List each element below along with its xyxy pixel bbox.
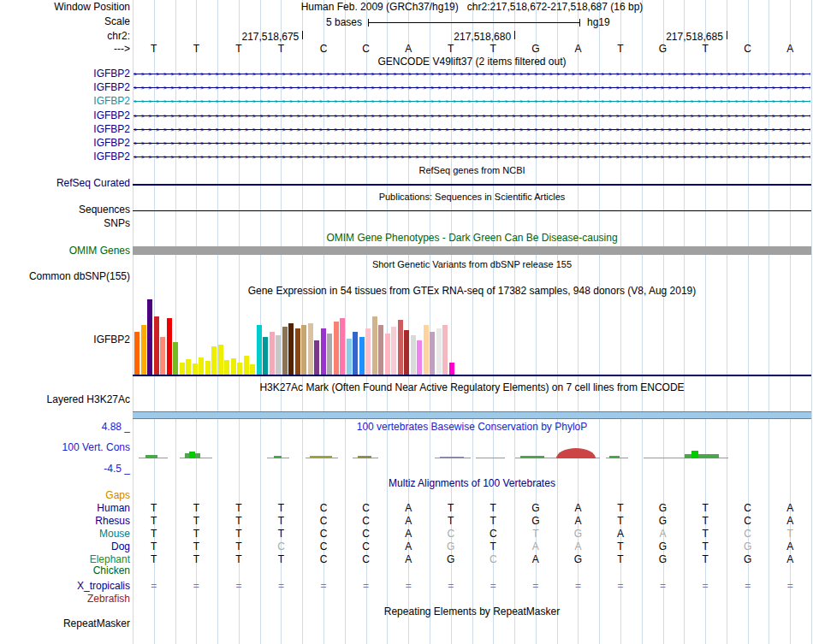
track-label-omim-genes[interactable]: OMIM Genes [0,245,130,257]
scale-bases-text: 5 bases [133,17,362,27]
track-label-common-dbsnp[interactable]: Common dbSNP(155) [0,271,130,282]
track-title-h3k27ac[interactable]: H3K27Ac Mark (Often Found Near Active Re… [133,382,811,393]
species-label-mouse[interactable]: Mouse [0,529,130,540]
gtex-tissue-bar[interactable] [154,316,159,375]
gtex-tissue-bar[interactable] [173,342,178,375]
gtex-tissue-bar[interactable] [295,328,300,375]
gtex-tissue-bar[interactable] [372,316,377,375]
gtex-tissue-bar[interactable] [167,318,172,375]
gtex-tissue-bar[interactable] [398,320,403,375]
gtex-tissue-bar[interactable] [218,345,223,375]
track-label-refseq-curated[interactable]: RefSeq Curated [0,178,130,189]
gene-transcript-line[interactable]: >>>>>>>>>>>>>>>>>>>>>>>>>>>>>>>>>>>>>>>>… [134,138,810,149]
gtex-tissue-bar[interactable] [353,332,358,375]
gtex-tissue-bar[interactable] [270,332,275,375]
gtex-tissue-bar[interactable] [276,335,281,375]
gtex-tissue-bar[interactable] [147,299,152,375]
track-title-dbsnp[interactable]: Short Genetic Variants from dbSNP releas… [133,259,811,270]
gtex-tissue-bar[interactable] [186,359,191,375]
track-title-refseq[interactable]: RefSeq genes from NCBI [133,165,811,176]
alignment-base: A [569,541,586,552]
species-label-x_tropicalis[interactable]: X_tropicalis [0,581,130,592]
gene-label-igfbp2[interactable]: IGFBP2 [0,82,130,93]
gtex-tissue-bar[interactable] [301,325,306,375]
track-title-conservation[interactable]: 100 vertebrates Basewise Conservation by… [133,422,811,433]
gtex-tissue-bar[interactable] [321,328,326,375]
gtex-tissue-bar[interactable] [141,325,146,375]
gtex-tissue-bar[interactable] [211,346,217,375]
gtex-tissue-bar[interactable] [365,328,371,375]
track-title-omim[interactable]: OMIM Gene Phenotypes - Dark Green Can Be… [133,233,811,244]
gtex-tissue-bar[interactable] [436,328,442,375]
omim-gene-bar[interactable] [133,246,811,255]
gtex-tissue-bar[interactable] [404,330,409,375]
alignment-gap-symbol: = [569,581,586,592]
track-label-gtex-gene[interactable]: IGFBP2 [0,334,130,346]
gtex-tissue-bar[interactable] [282,327,288,375]
track-label-gaps[interactable]: Gaps [0,490,130,501]
alignment-base: T [230,516,247,527]
gtex-tissue-bar[interactable] [160,337,165,375]
gtex-tissue-bar[interactable] [385,334,390,375]
track-label-repeatmasker[interactable]: RepeatMasker [0,618,130,629]
sequences-item-line[interactable] [133,210,811,211]
gtex-tissue-bar[interactable] [308,323,313,375]
track-label-conservation[interactable]: 100 Vert. Cons [0,442,130,453]
gene-transcript-line[interactable]: >>>>>>>>>>>>>>>>>>>>>>>>>>>>>>>>>>>>>>>>… [134,151,810,162]
gtex-tissue-bar[interactable] [411,335,416,375]
gene-transcript-line[interactable]: >>>>>>>>>>>>>>>>>>>>>>>>>>>>>>>>>>>>>>>>… [134,82,810,93]
refseq-curated-gene-line[interactable] [133,184,811,186]
track-label-h3k27ac[interactable]: Layered H3K27Ac [0,394,130,405]
gtex-tissue-bar[interactable] [430,332,435,375]
gtex-tissue-bar[interactable] [257,325,262,375]
track-title-publications[interactable]: Publications: Sequences in Scientific Ar… [133,192,811,203]
gtex-tissue-bar[interactable] [314,340,319,375]
gene-label-igfbp2[interactable]: IGFBP2 [0,151,130,162]
gtex-tissue-bar[interactable] [417,340,422,375]
gtex-tissue-bar[interactable] [244,356,249,375]
gene-transcript-line[interactable]: >>>>>>>>>>>>>>>>>>>>>>>>>>>>>>>>>>>>>>>>… [134,124,810,135]
gtex-tissue-bar[interactable] [442,325,448,375]
gtex-tissue-bar[interactable] [205,361,211,375]
species-label-chicken[interactable]: Chicken [0,565,130,576]
gtex-tissue-bar[interactable] [134,332,139,375]
gtex-tissue-bar[interactable] [334,322,339,375]
gene-label-igfbp2[interactable]: IGFBP2 [0,96,130,107]
gtex-tissue-bar[interactable] [347,339,352,375]
gtex-tissue-bar[interactable] [340,318,345,375]
gtex-tissue-bar[interactable] [424,325,429,375]
gtex-tissue-bar[interactable] [359,337,365,375]
gtex-tissue-bar[interactable] [378,325,383,375]
gene-label-igfbp2[interactable]: IGFBP2 [0,124,130,135]
h3k27ac-signal-bar[interactable] [133,411,811,419]
species-label-human[interactable]: Human [0,503,130,514]
gtex-tissue-bar[interactable] [231,358,236,375]
species-label-dog[interactable]: Dog [0,541,130,552]
gtex-tissue-bar[interactable] [199,357,204,375]
gene-label-igfbp2[interactable]: IGFBP2 [0,110,130,121]
track-title-repeatmasker[interactable]: Repeating Elements by RepeatMasker [133,606,811,617]
track-label-sequences[interactable]: Sequences [0,204,130,216]
gtex-tissue-bar[interactable] [237,363,242,375]
gtex-tissue-bar[interactable] [250,364,255,375]
gtex-tissue-bar[interactable] [391,327,396,375]
gtex-tissue-bar[interactable] [193,363,198,375]
gtex-tissue-bar[interactable] [263,337,268,375]
track-title-gtex[interactable]: Gene Expression in 54 tissues from GTEx … [133,286,811,297]
gene-transcript-line[interactable]: >>>>>>>>>>>>>>>>>>>>>>>>>>>>>>>>>>>>>>>>… [134,110,810,121]
track-title-gencode[interactable]: GENCODE V49lift37 (2 items filtered out) [133,56,811,68]
gtex-tissue-bar[interactable] [327,334,332,375]
gtex-tissue-bar[interactable] [224,360,229,375]
species-label-zebrafish[interactable]: Zebrafish [0,594,130,605]
gene-label-igfbp2[interactable]: IGFBP2 [0,138,130,149]
alignment-gap-symbol: = [697,581,714,592]
gene-label-igfbp2[interactable]: IGFBP2 [0,68,130,80]
gtex-tissue-bar[interactable] [449,363,454,375]
gtex-tissue-bar[interactable] [180,363,185,375]
gene-transcript-line[interactable]: >>>>>>>>>>>>>>>>>>>>>>>>>>>>>>>>>>>>>>>>… [134,96,810,107]
gene-transcript-line[interactable]: >>>>>>>>>>>>>>>>>>>>>>>>>>>>>>>>>>>>>>>>… [134,68,810,80]
species-label-rhesus[interactable]: Rhesus [0,516,130,527]
track-title-multiz[interactable]: Multiz Alignments of 100 Vertebrates [133,478,811,489]
gtex-tissue-bar[interactable] [288,323,294,375]
track-label-snps[interactable]: SNPs [0,218,130,229]
